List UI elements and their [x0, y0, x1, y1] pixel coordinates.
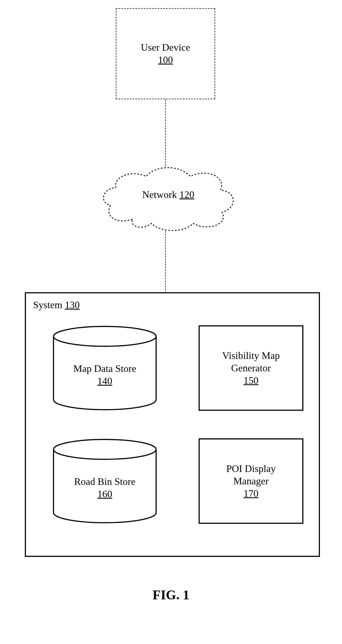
- svg-point-0: [54, 326, 156, 346]
- poi-display-manager-block: POI Display Manager 170: [199, 438, 303, 524]
- figure-caption: FIG. 1: [0, 587, 342, 602]
- cylinder-icon: [52, 325, 157, 411]
- system-label: System 130: [33, 299, 80, 311]
- cylinder-icon: [52, 438, 157, 524]
- network-label: Network 120: [97, 189, 240, 200]
- system-ref: 130: [65, 299, 80, 310]
- system-text: System: [33, 299, 62, 310]
- poi-display-manager-line2: Manager: [233, 476, 269, 487]
- poi-display-manager-ref: 170: [244, 488, 258, 499]
- figure-1-diagram: User Device 100 Network 120 System 130: [0, 0, 342, 644]
- connector-userdevice-network: [165, 100, 166, 166]
- visibility-map-generator-line1: Visibility Map: [222, 350, 280, 361]
- visibility-map-generator-ref: 150: [244, 375, 258, 386]
- map-data-store-cylinder: Map Data Store 140: [52, 325, 157, 411]
- visibility-map-generator-line2: Generator: [231, 363, 271, 374]
- user-device-text: User Device: [141, 42, 190, 53]
- network-ref: 120: [179, 189, 194, 200]
- user-device-ref: 100: [158, 54, 173, 65]
- poi-display-manager-label: POI Display Manager 170: [226, 463, 276, 500]
- connector-network-system: [165, 231, 166, 293]
- network-text: Network: [142, 189, 177, 200]
- visibility-map-generator-block: Visibility Map Generator 150: [199, 325, 303, 411]
- poi-display-manager-line1: POI Display: [226, 463, 276, 474]
- road-bin-store-cylinder: Road Bin Store 160: [52, 438, 157, 524]
- user-device-label: User Device 100: [141, 41, 190, 66]
- svg-point-1: [54, 439, 156, 459]
- user-device-block: User Device 100: [116, 8, 215, 99]
- visibility-map-generator-label: Visibility Map Generator 150: [222, 350, 280, 387]
